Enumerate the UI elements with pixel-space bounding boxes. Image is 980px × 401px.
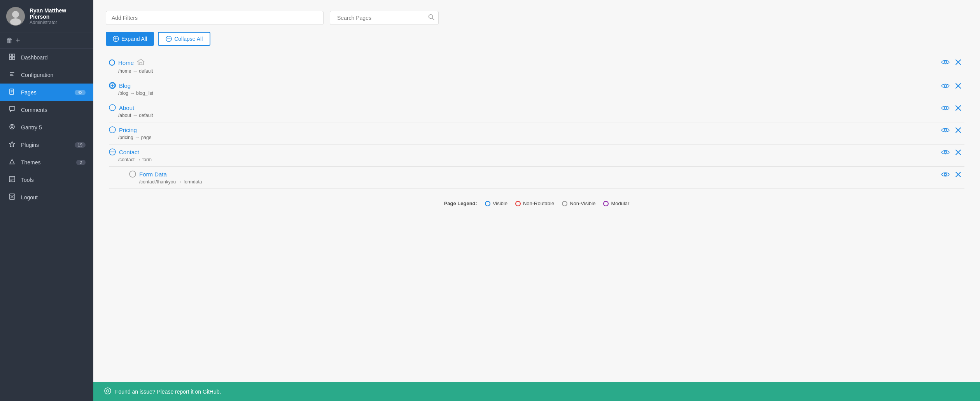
svg-point-22 bbox=[944, 61, 947, 63]
page-item-home: Home /home → default bbox=[106, 54, 968, 78]
page-name-home[interactable]: Home bbox=[118, 59, 134, 66]
page-path-about: /about → default bbox=[118, 112, 941, 118]
delete-icon-about[interactable] bbox=[955, 104, 961, 113]
svg-line-15 bbox=[432, 18, 434, 20]
delete-icon-home[interactable] bbox=[955, 58, 961, 67]
page-item-blog: Blog /blog → blog_list bbox=[106, 78, 968, 100]
view-icon-about[interactable] bbox=[941, 104, 950, 113]
avatar bbox=[6, 7, 25, 26]
page-actions-pricing bbox=[941, 126, 964, 135]
svg-rect-4 bbox=[12, 54, 15, 56]
legend-circle-nonvisible bbox=[562, 201, 567, 206]
sidebar-item-label: Themes bbox=[21, 159, 76, 166]
legend-label: Page Legend: bbox=[444, 200, 477, 206]
expand-all-button[interactable]: Expand All bbox=[106, 32, 154, 46]
main-content: Expand All Collapse All Home bbox=[93, 0, 980, 401]
sidebar-item-tools[interactable]: Tools bbox=[0, 171, 93, 188]
footer-icon bbox=[104, 387, 111, 396]
pages-icon bbox=[8, 89, 16, 96]
page-legend: Page Legend: Visible Non-Routable Non-Vi… bbox=[106, 200, 968, 206]
page-item-about: About /about → default bbox=[106, 100, 968, 122]
search-input[interactable] bbox=[334, 11, 428, 24]
delete-icon-contact[interactable] bbox=[955, 148, 961, 157]
themes-badge: 2 bbox=[76, 160, 86, 165]
logout-icon bbox=[8, 194, 16, 201]
collapse-all-label: Collapse All bbox=[174, 36, 203, 42]
page-path-contact: /contact → form bbox=[118, 157, 941, 162]
page-path-blog: /blog → blog_list bbox=[118, 90, 941, 96]
sidebar-user-info: Ryan Matthew Pierson Administrator bbox=[30, 7, 87, 25]
page-path-home: /home → default bbox=[118, 68, 941, 74]
page-name-blog[interactable]: Blog bbox=[119, 82, 131, 89]
legend-circle-visible bbox=[485, 201, 490, 206]
page-name-pricing[interactable]: Pricing bbox=[119, 127, 137, 133]
sidebar-item-label: Dashboard bbox=[21, 54, 86, 61]
page-actions-blog bbox=[941, 82, 964, 91]
svg-rect-21 bbox=[140, 63, 142, 65]
page-name-about[interactable]: About bbox=[119, 105, 134, 111]
home-icon bbox=[137, 58, 145, 67]
view-icon-contact[interactable] bbox=[941, 148, 950, 157]
sidebar-item-dashboard[interactable]: Dashboard bbox=[0, 49, 93, 66]
svg-rect-5 bbox=[9, 57, 12, 59]
delete-icon-blog[interactable] bbox=[955, 82, 961, 91]
page-actions-about bbox=[941, 104, 964, 113]
top-bar bbox=[106, 11, 968, 25]
user-role: Administrator bbox=[30, 20, 87, 25]
svg-point-31 bbox=[109, 105, 116, 111]
page-path-formdata: /contact/thankyou → formdata bbox=[139, 179, 941, 185]
sidebar-user: Ryan Matthew Pierson Administrator bbox=[0, 0, 93, 33]
delete-icon-formdata[interactable] bbox=[955, 171, 961, 180]
legend-nonroutable-label: Non-Routable bbox=[523, 200, 554, 206]
page-item-pricing: Pricing /pricing → page bbox=[106, 122, 968, 144]
page-item-formdata: Form Data /contact/thankyou → formdata bbox=[106, 167, 968, 188]
collapse-all-button[interactable]: Collapse All bbox=[158, 32, 210, 46]
actions-bar: Expand All Collapse All bbox=[106, 32, 968, 46]
legend-circle-nonroutable bbox=[515, 201, 521, 206]
page-name-contact[interactable]: Contact bbox=[119, 149, 139, 155]
view-icon-formdata[interactable] bbox=[941, 171, 950, 180]
page-name-formdata[interactable]: Form Data bbox=[139, 171, 167, 178]
sidebar-item-comments[interactable]: Comments bbox=[0, 101, 93, 119]
gantry5-icon bbox=[8, 124, 16, 131]
expand-all-label: Expand All bbox=[121, 36, 147, 42]
footer-text: Found an issue? Please report it on GitH… bbox=[115, 389, 221, 395]
sidebar-new-bar[interactable]: 🗑 + bbox=[0, 33, 93, 49]
sidebar-item-logout[interactable]: Logout bbox=[0, 188, 93, 206]
svg-rect-8 bbox=[9, 106, 15, 110]
page-actions-home bbox=[941, 58, 964, 67]
legend-modular-label: Modular bbox=[611, 200, 629, 206]
sidebar-item-label: Gantry 5 bbox=[21, 124, 86, 131]
sidebar-item-label: Tools bbox=[21, 177, 86, 183]
svg-point-48 bbox=[105, 388, 111, 394]
view-icon-blog[interactable] bbox=[941, 82, 950, 91]
sidebar-nav: Dashboard Configuration Pages 42 bbox=[0, 49, 93, 401]
search-input-wrap bbox=[330, 11, 439, 25]
user-name: Ryan Matthew Pierson bbox=[30, 7, 87, 20]
view-icon-pricing[interactable] bbox=[941, 126, 950, 135]
dashboard-icon bbox=[8, 54, 16, 61]
search-icon[interactable] bbox=[428, 14, 434, 22]
plugins-badge: 19 bbox=[75, 142, 86, 148]
svg-point-36 bbox=[944, 129, 947, 131]
svg-point-49 bbox=[107, 390, 109, 392]
filter-input[interactable] bbox=[106, 11, 324, 25]
comments-icon bbox=[8, 106, 16, 113]
svg-point-10 bbox=[11, 126, 13, 128]
plus-icon: + bbox=[16, 36, 20, 45]
page-path-pricing: /pricing → page bbox=[118, 134, 941, 140]
footer-bar: Found an issue? Please report it on GitH… bbox=[93, 382, 980, 401]
sidebar-item-label: Configuration bbox=[21, 72, 86, 78]
sidebar-item-plugins[interactable]: Plugins 19 bbox=[0, 136, 93, 153]
legend-visible: Visible bbox=[485, 200, 508, 206]
delete-icon-pricing[interactable] bbox=[955, 126, 961, 135]
sidebar-item-gantry5[interactable]: Gantry 5 bbox=[0, 119, 93, 136]
sidebar-item-label: Plugins bbox=[21, 142, 75, 148]
svg-point-45 bbox=[944, 173, 947, 176]
sidebar-item-configuration[interactable]: Configuration bbox=[0, 66, 93, 84]
page-actions-formdata bbox=[941, 171, 964, 180]
sidebar-item-themes[interactable]: Themes 2 bbox=[0, 153, 93, 171]
svg-rect-6 bbox=[12, 57, 15, 59]
view-icon-home[interactable] bbox=[941, 58, 950, 67]
sidebar-item-pages[interactable]: Pages 42 bbox=[0, 84, 93, 101]
